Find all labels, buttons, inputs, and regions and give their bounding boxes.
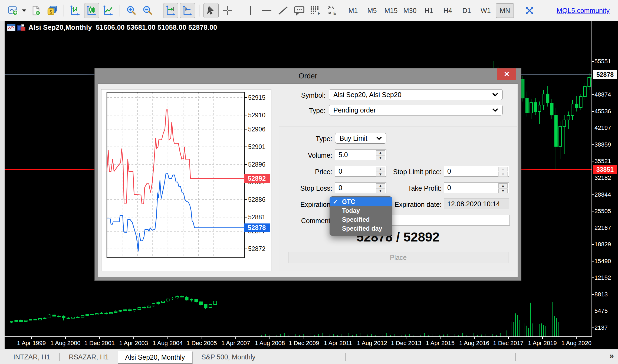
objects-button[interactable]: E [324, 3, 339, 18]
fullscreen-button[interactable] [522, 3, 537, 18]
time-axis-tick [167, 337, 168, 339]
take-profit-input[interactable]: 0 ▲▼ [444, 182, 509, 193]
time-axis-tick [202, 337, 202, 339]
vertical-line-button[interactable] [243, 3, 258, 18]
timeframe-m30[interactable]: M30 [401, 4, 419, 18]
crosshair-button[interactable] [220, 3, 235, 18]
stop-limit-price-label: Stop Limit price: [377, 168, 442, 176]
timeframe-m15[interactable]: M15 [382, 4, 400, 18]
expiration-dropdown-menu: ✓GTCTodaySpecifiedSpecified day [330, 196, 392, 236]
price-axis-label: 18829 [594, 241, 611, 248]
mql5-community-link[interactable]: MQL5.community [557, 7, 613, 15]
bid-ask-quote: 52878 / 52892 [279, 230, 517, 244]
timeframe-m5[interactable]: M5 [363, 4, 381, 18]
svg-text:52906: 52906 [248, 126, 265, 133]
tab-overflow-chevron[interactable]: » [609, 351, 614, 360]
tab-intzar-h1[interactable]: INTZAR, H1 [4, 349, 59, 364]
price-axis-label: 45536 [594, 108, 611, 115]
ask-line [107, 110, 244, 204]
stop-limit-price-input[interactable]: 0 ▲▼ [444, 166, 509, 177]
take-profit-stepper[interactable]: ▲▼ [498, 183, 508, 192]
spin-up-icon: ▲ [498, 167, 508, 171]
timeframe-d1[interactable]: D1 [458, 4, 475, 18]
symbol-label: Symbol: [271, 91, 326, 99]
price-axis-label: 2137 [594, 324, 608, 331]
place-button[interactable]: Place [288, 252, 508, 263]
toolbar-separator [120, 5, 120, 16]
tab-rsazar-h1[interactable]: RSAZAR, H1 [60, 349, 118, 364]
indicators-button[interactable]: F [308, 3, 323, 18]
chart-shift-button[interactable] [180, 3, 195, 18]
comment-button[interactable] [292, 3, 307, 18]
new-chart-button[interactable] [6, 3, 21, 18]
chevron-down-icon [492, 93, 498, 97]
zoom-out-button[interactable] [140, 3, 155, 18]
toolbar: $ [0, 0, 618, 21]
stop-loss-label: Stop Loss: [285, 184, 332, 192]
time-axis[interactable]: 1 Apr 19991 Aug 20001 Dec 20011 Apr 2003… [5, 337, 618, 349]
zoom-in-button[interactable] [124, 3, 139, 18]
expiration-option-specified-day[interactable]: Specified day [330, 224, 392, 233]
line-chart-button[interactable] [101, 3, 116, 18]
symbol-select[interactable]: Alsi Sep20, Alsi Sep20 [329, 89, 503, 100]
time-axis-tick [372, 337, 372, 339]
expiration-option-today[interactable]: Today [330, 206, 392, 215]
time-axis-tick [304, 337, 304, 339]
close-icon: ✕ [504, 70, 510, 78]
volume-input[interactable]: 5.0 ▲▼ [335, 149, 386, 160]
spin-up-icon[interactable]: ▲ [498, 183, 508, 188]
timeframe-h1[interactable]: H1 [420, 4, 438, 18]
volume-label: Volume: [285, 151, 332, 159]
spin-down-icon[interactable]: ▼ [498, 188, 508, 193]
trendline-button[interactable] [276, 3, 290, 18]
spin-up-icon[interactable]: ▲ [376, 150, 385, 155]
time-axis-label: 1 Aug 2016 [459, 340, 489, 347]
dialog-title: Order [95, 68, 521, 84]
time-axis-label: 1 Dec 2009 [289, 340, 319, 347]
time-axis-label: 1 Dec 2017 [493, 340, 524, 347]
time-axis-tick [576, 337, 577, 339]
autoscroll-button[interactable] [163, 3, 178, 18]
expiration-option-gtc[interactable]: ✓GTC [330, 197, 392, 206]
zoom-in-icon [126, 5, 137, 16]
svg-text:52892: 52892 [248, 175, 266, 182]
price-axis-label: 38859 [594, 141, 611, 148]
tab-s-p-500-monthly[interactable]: S&P 500, Monthly [192, 349, 265, 364]
indicators-icon: F [310, 5, 321, 16]
cursor-button[interactable] [203, 3, 219, 18]
tick-chart-panel: 5291552910529065290152896528915288652881… [101, 89, 271, 271]
price-axis-tick [592, 178, 594, 178]
chart-shift-icon [182, 5, 193, 16]
timeframe-h4[interactable]: H4 [439, 4, 456, 18]
time-axis-tick [542, 337, 543, 339]
price-label: Price: [285, 168, 332, 176]
volume-stepper[interactable]: ▲▼ [376, 150, 385, 159]
tab-alsi-sep20-monthly[interactable]: Alsi Sep20, Monthly [118, 351, 192, 363]
bars-chart-button[interactable] [68, 3, 83, 18]
pending-type-select[interactable]: Buy Limit [335, 133, 386, 144]
price-axis[interactable]: 5555148874455364219738859355213218228844… [592, 21, 618, 337]
price-axis-label: 22167 [594, 224, 611, 231]
timeframe-m1[interactable]: M1 [344, 4, 362, 18]
price-axis-tick [592, 327, 594, 328]
new-order-button[interactable] [29, 3, 43, 18]
time-axis-tick [338, 337, 338, 339]
horizontal-line-button[interactable] [259, 3, 274, 18]
bars-chart-icon [70, 5, 81, 16]
close-button[interactable]: ✕ [497, 68, 516, 80]
price-axis-tick [592, 94, 594, 95]
order-type-select[interactable]: Pending order [329, 105, 503, 115]
timeframe-w1[interactable]: W1 [477, 4, 494, 18]
expiration-option-specified[interactable]: Specified [330, 215, 392, 224]
new-chart-caret[interactable] [22, 9, 26, 12]
svg-text:52872: 52872 [248, 245, 265, 252]
chart-type-icon [17, 24, 26, 31]
symbols-button[interactable]: $ [45, 3, 60, 18]
candles-chart-button[interactable] [84, 3, 99, 18]
bid-ask-tick-chart: 5291552910529065290152896528915288652881… [101, 90, 270, 270]
spin-down-icon[interactable]: ▼ [376, 155, 385, 160]
timeframe-mn[interactable]: MN [496, 3, 514, 18]
price-axis-label: 12152 [594, 274, 611, 281]
svg-text:52901: 52901 [248, 143, 265, 150]
zoom-out-icon [142, 5, 153, 16]
